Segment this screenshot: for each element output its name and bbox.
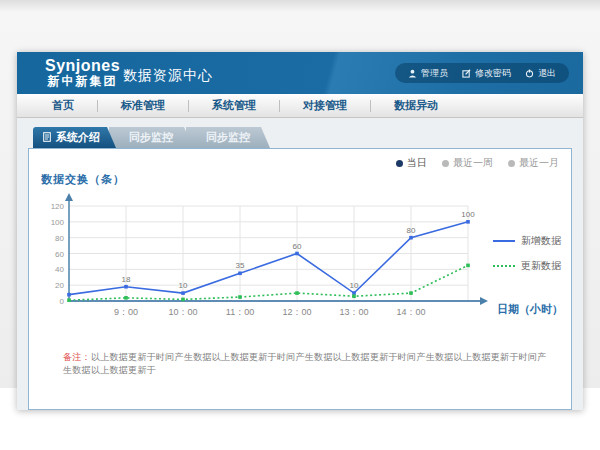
nav-item-data-change[interactable]: 数据异动 [371,98,461,113]
nav-item-home[interactable]: 首页 [29,98,97,113]
radio-dot-icon [508,160,515,167]
svg-text:100: 100 [51,218,65,227]
edit-icon [462,69,471,78]
svg-text:12：00: 12：00 [282,307,311,317]
current-user-button[interactable]: 管理员 [408,67,448,80]
svg-text:60: 60 [293,242,302,251]
change-password-label: 修改密码 [475,67,511,80]
nav-item-standard-mgmt[interactable]: 标准管理 [98,98,188,113]
chart-legend: 新增数据 更新数据 [493,234,561,273]
time-range-filter-group: 当日 最近一周 最近一月 [396,156,559,170]
svg-text:60: 60 [55,250,64,259]
content-area: 系统介绍 同步监控 同步监控 当日 最近一周 [17,118,583,410]
svg-text:18: 18 [122,275,131,284]
tab-system-intro[interactable]: 系统介绍 [33,127,116,148]
svg-text:11：00: 11：00 [226,307,254,317]
radio-dot-icon [442,160,449,167]
radio-last-month[interactable]: 最近一月 [508,156,559,170]
legend-label: 新增数据 [521,234,561,248]
user-menu: 管理员 修改密码 退出 [395,63,569,83]
svg-text:10: 10 [350,281,359,290]
radio-label: 最近一周 [453,156,493,170]
page-container: Synjones 新中新集团 数据资源中心 管理员 修改密码 [17,52,583,410]
tab-bar: 系统介绍 同步监控 同步监控 [33,127,270,148]
logo-text-primary: Synjones [45,57,120,75]
svg-text:35: 35 [236,261,245,270]
chart-panel: 当日 最近一周 最近一月 数据交换（条） 0204060801001209：00… [28,148,572,410]
svg-text:80: 80 [55,234,64,243]
svg-text:13：00: 13：00 [339,307,368,317]
radio-label: 当日 [407,156,427,170]
logout-label: 退出 [538,67,556,80]
radio-last-week[interactable]: 最近一周 [442,156,493,170]
tab-sync-monitor-1[interactable]: 同步监控 [109,127,193,148]
brand-logo: Synjones 新中新集团 [45,57,120,88]
legend-item-new-data[interactable]: 新增数据 [493,234,561,248]
svg-text:20: 20 [55,281,64,290]
tab-label: 同步监控 [206,130,250,145]
svg-text:40: 40 [55,265,64,274]
screen: Synjones 新中新集团 数据资源中心 管理员 修改密码 [0,0,600,450]
dotted-line-icon [493,265,515,267]
radio-dot-icon [396,160,403,167]
x-axis-title: 日期（小时） [497,302,563,317]
user-icon [408,69,417,78]
change-password-button[interactable]: 修改密码 [462,67,511,80]
app-header: Synjones 新中新集团 数据资源中心 管理员 修改密码 [17,52,583,94]
line-chart: 0204060801001209：0010：0011：0012：0013：001… [43,191,505,325]
legend-item-updated-data[interactable]: 更新数据 [493,259,561,273]
page-title: 数据资源中心 [123,67,213,85]
logo-text-secondary: 新中新集团 [45,75,120,88]
tab-label: 系统介绍 [56,130,100,145]
radio-today[interactable]: 当日 [396,156,427,170]
logout-button[interactable]: 退出 [525,67,556,80]
svg-text:10: 10 [179,281,188,290]
nav-item-interface-mgmt[interactable]: 对接管理 [280,98,370,113]
tab-sync-monitor-2[interactable]: 同步监控 [186,127,270,148]
svg-text:120: 120 [51,202,65,211]
main-nav: 首页 标准管理 系统管理 对接管理 数据异动 [17,94,583,118]
svg-text:0: 0 [60,297,65,306]
svg-text:9：00: 9：00 [114,307,138,317]
svg-text:10：00: 10：00 [168,307,197,317]
footnote-label: 备注： [63,352,91,362]
user-label: 管理员 [421,67,448,80]
power-icon [525,69,534,78]
legend-label: 更新数据 [521,259,561,273]
tab-label: 同步监控 [129,130,173,145]
svg-text:80: 80 [407,226,416,235]
solid-line-icon [493,240,515,242]
svg-text:100: 100 [461,210,475,219]
document-icon [43,132,51,144]
y-axis-title: 数据交换（条） [41,172,125,187]
nav-item-system-mgmt[interactable]: 系统管理 [189,98,279,113]
footnote-text: 以上数据更新于时间产生数据以上数据更新于时间产生数据以上数据更新于时间产生数据以… [63,352,547,375]
radio-label: 最近一月 [519,156,559,170]
footnote: 备注：以上数据更新于时间产生数据以上数据更新于时间产生数据以上数据更新于时间产生… [63,351,553,376]
svg-text:14：00: 14：00 [396,307,425,317]
